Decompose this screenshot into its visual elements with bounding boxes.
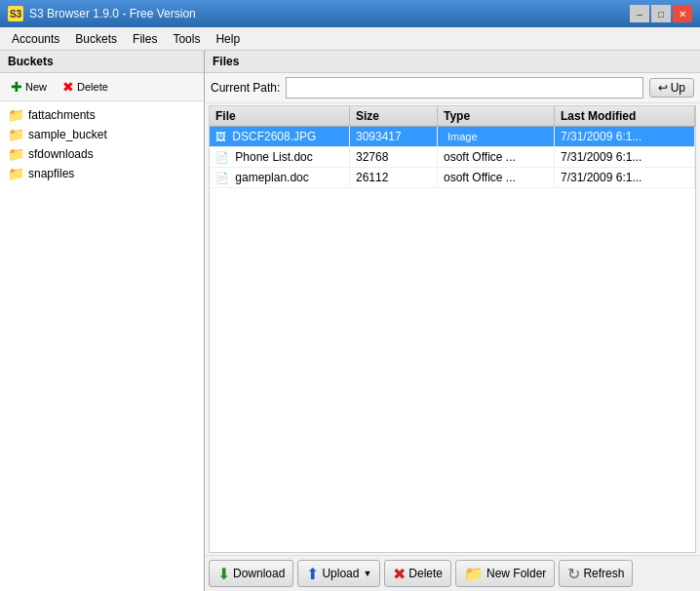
bucket-fattachments[interactable]: 📁 fattachments [4,105,200,125]
image-file-icon: 🖼 [215,131,226,142]
file-modified-cell: 7/31/2009 6:1... [555,147,695,167]
window-title: S3 Browser 1.9.0 - Free Version [29,7,196,20]
folder-icon: 📁 [8,166,24,181]
file-name-cell: 📄 Phone List.doc [210,147,350,167]
bucket-name: sample_bucket [28,128,107,141]
col-type[interactable]: Type [438,106,555,126]
bucket-snapfiles[interactable]: 📁 snapfiles [4,164,200,183]
current-path-row: Current Path: ↩ Up [205,73,700,103]
files-toolbar: ⬇ Download ⬆ Upload ▼ ✖ Delete 📁 New Fol… [205,555,700,591]
refresh-button[interactable]: ↻ Refresh [559,560,633,587]
buckets-toolbar: ✚ New ✖ Delete [0,73,204,101]
table-row[interactable]: 🖼 DSCF2608.JPG 3093417 Image 7/31/2009 6… [210,127,695,147]
bucket-name: snapfiles [28,167,74,180]
right-panel: Files Current Path: ↩ Up File Size Type … [205,51,700,591]
bucket-name: fattachments [28,108,96,122]
current-path-label: Current Path: [211,81,280,95]
new-label: New [25,81,47,93]
delete-label: Delete [77,81,108,93]
plus-icon: ✚ [11,79,22,95]
menu-buckets[interactable]: Buckets [67,30,125,48]
download-label: Download [233,567,285,580]
doc-file-icon: 📄 [215,172,229,183]
main-container: Buckets ✚ New ✖ Delete 📁 fattachments 📁 … [0,51,700,591]
table-row[interactable]: 📄 Phone List.doc 32768 osoft Office ... … [210,147,695,168]
delete-bucket-button[interactable]: ✖ Delete [56,76,115,98]
file-modified-cell: 7/31/2009 6:1... [555,127,695,146]
window-controls: – □ ✕ [630,5,692,22]
new-bucket-button[interactable]: ✚ New [4,76,54,98]
menu-files[interactable]: Files [125,30,165,48]
delete-file-label: Delete [408,567,443,580]
title-bar: S3 S3 Browser 1.9.0 - Free Version – □ ✕ [0,0,700,27]
file-size-cell: 26112 [350,168,438,187]
app-icon: S3 [8,6,23,21]
up-button[interactable]: ↩ Up [649,78,694,98]
up-arrow-icon: ↩ [658,81,668,95]
up-label: Up [671,81,685,95]
dropdown-arrow-icon: ▼ [363,569,371,578]
new-folder-label: New Folder [486,567,546,580]
minimize-button[interactable]: – [630,5,649,22]
files-header: Files [205,51,700,73]
buckets-header: Buckets [0,51,204,73]
file-size-cell: 32768 [350,147,438,167]
bucket-name: sfdownloads [28,147,94,161]
bucket-tree: 📁 fattachments 📁 sample_bucket 📁 sfdownl… [0,101,204,591]
close-button[interactable]: ✕ [673,5,692,22]
delete-icon: ✖ [62,79,74,95]
file-modified-cell: 7/31/2009 6:1... [555,168,695,187]
delete-file-button[interactable]: ✖ Delete [384,560,451,587]
current-path-input[interactable] [286,77,642,98]
table-row[interactable]: 📄 gameplan.doc 26112 osoft Office ... 7/… [210,168,695,188]
type-badge: Image [444,130,482,143]
refresh-label: Refresh [583,567,624,580]
new-folder-icon: 📁 [464,565,484,583]
download-button[interactable]: ⬇ Download [209,560,293,587]
menu-help[interactable]: Help [208,30,248,48]
file-type-cell: osoft Office ... [438,168,555,187]
menu-tools[interactable]: Tools [165,30,208,48]
col-modified[interactable]: Last Modified [555,106,695,126]
file-name-cell: 📄 gameplan.doc [210,168,350,187]
upload-label: Upload [322,567,359,580]
new-folder-button[interactable]: 📁 New Folder [455,560,555,587]
folder-icon: 📁 [8,107,24,123]
file-name-cell: 🖼 DSCF2608.JPG [210,127,350,146]
bucket-sample-bucket[interactable]: 📁 sample_bucket [4,125,200,144]
maximize-button[interactable]: □ [651,5,671,22]
doc-file-icon: 📄 [215,151,229,163]
file-list-header: File Size Type Last Modified [210,106,695,127]
menu-accounts[interactable]: Accounts [4,30,67,48]
file-size-cell: 3093417 [350,127,438,146]
download-icon: ⬇ [217,565,230,583]
upload-icon: ⬆ [306,565,319,583]
folder-icon: 📁 [8,146,24,162]
file-type-cell: osoft Office ... [438,147,555,167]
file-list-container: File Size Type Last Modified 🖼 DSCF2608.… [209,105,696,553]
folder-icon: 📁 [8,127,24,142]
refresh-icon: ↻ [567,565,580,583]
menu-bar: Accounts Buckets Files Tools Help [0,27,700,51]
file-type-cell: Image [438,127,555,146]
left-panel: Buckets ✚ New ✖ Delete 📁 fattachments 📁 … [0,51,205,591]
delete-file-icon: ✖ [393,565,406,583]
upload-button[interactable]: ⬆ Upload ▼ [297,560,380,587]
col-file[interactable]: File [210,106,350,126]
col-size[interactable]: Size [350,106,438,126]
bucket-sfdownloads[interactable]: 📁 sfdownloads [4,144,200,164]
